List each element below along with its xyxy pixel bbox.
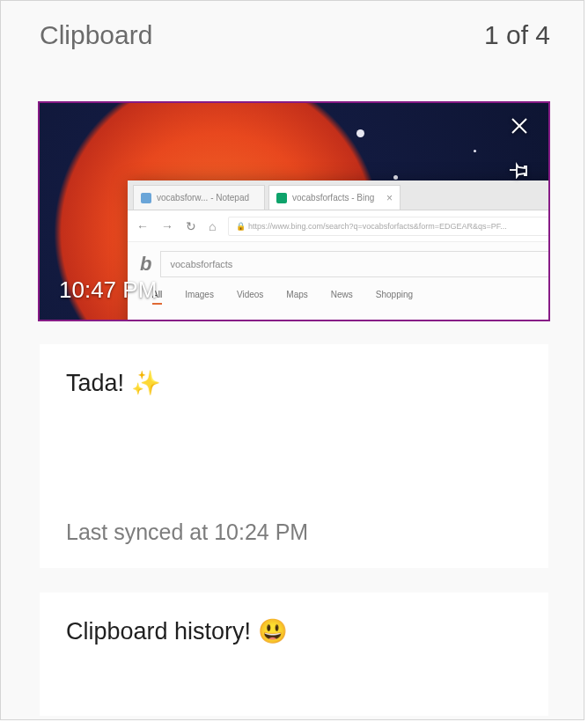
clip-text-content: Clipboard history! 😃: [66, 617, 522, 645]
bing-search-area: b vocabsforfacts🔍: [128, 242, 548, 284]
browser-tab-active: vocabsforfacts - Bing×: [268, 185, 401, 210]
clipboard-panel: Clipboard 1 of 4 vocabsforw... - Notepad…: [0, 0, 584, 720]
browser-tab: vocabsforw... - Notepad: [133, 185, 265, 210]
browser-address-bar: ←→↻⌂ 🔒 https://www.bing.com/search?q=voc…: [128, 210, 548, 242]
clip-item-text[interactable]: Tada! ✨ Last synced at 10:24 PM: [40, 344, 548, 568]
clip-text-content: Tada! ✨: [66, 369, 522, 397]
close-icon[interactable]: [509, 115, 530, 140]
browser-tabstrip: vocabsforw... - Notepad vocabsforfacts -…: [128, 180, 548, 210]
bing-result-tabs: All Images Videos Maps News Shopping: [128, 284, 548, 310]
screenshot-browser: vocabsforw... - Notepad vocabsforfacts -…: [128, 180, 548, 320]
clip-timestamp: 10:47 PM: [59, 276, 157, 304]
clipboard-scroll-area[interactable]: vocabsforw... - Notepad vocabsforfacts -…: [1, 1, 584, 719]
clip-sync-meta: Last synced at 10:24 PM: [66, 519, 522, 545]
clip-item-text[interactable]: Clipboard history! 😃: [40, 593, 548, 716]
pin-icon[interactable]: [508, 161, 531, 182]
clip-item-image[interactable]: vocabsforw... - Notepad vocabsforfacts -…: [40, 103, 548, 320]
bing-logo-icon: b: [140, 253, 151, 276]
